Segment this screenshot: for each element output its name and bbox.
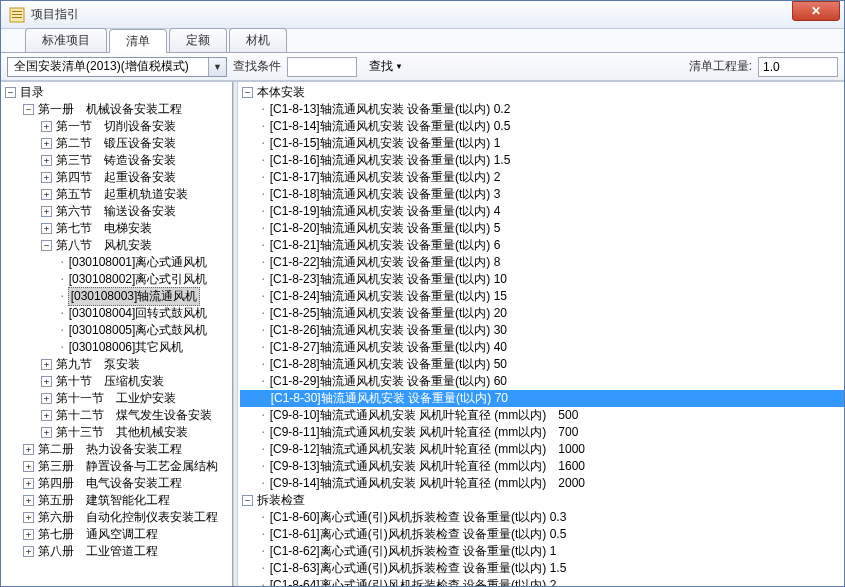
tree-branch[interactable]: +第八册 工业管道工程 bbox=[3, 543, 232, 560]
tree-leaf[interactable]: ·[030108006]其它风机 bbox=[3, 339, 232, 356]
search-button[interactable]: 查找 ▼ bbox=[363, 56, 409, 77]
tree-branch[interactable]: −本体安装 bbox=[240, 84, 844, 101]
tree-leaf[interactable]: ·[030108001]离心式通风机 bbox=[3, 254, 232, 271]
tree-leaf[interactable]: ·[C9-8-11]轴流式通风机安装 风机叶轮直径 (mm以内) 700 bbox=[240, 424, 844, 441]
expand-icon[interactable]: + bbox=[23, 529, 34, 540]
expand-icon[interactable]: + bbox=[41, 155, 52, 166]
expand-icon[interactable]: + bbox=[41, 427, 52, 438]
tree-branch[interactable]: +第六册 自动化控制仪表安装工程 bbox=[3, 509, 232, 526]
tree-leaf[interactable]: ·[C9-8-12]轴流式通风机安装 风机叶轮直径 (mm以内) 1000 bbox=[240, 441, 844, 458]
tree-branch[interactable]: +第二节 锻压设备安装 bbox=[3, 135, 232, 152]
tree-leaf[interactable]: ·[C1-8-25]轴流通风机安装 设备重量(t以内) 20 bbox=[240, 305, 844, 322]
tree-leaf[interactable]: ·[C1-8-18]轴流通风机安装 设备重量(t以内) 3 bbox=[240, 186, 844, 203]
tree-label: [C9-8-10]轴流式通风机安装 风机叶轮直径 (mm以内) 500 bbox=[269, 407, 580, 424]
tree-leaf[interactable]: ·[C1-8-29]轴流通风机安装 设备重量(t以内) 60 bbox=[240, 373, 844, 390]
tree-leaf[interactable]: ·[030108002]离心式引风机 bbox=[3, 271, 232, 288]
expand-icon[interactable]: + bbox=[23, 444, 34, 455]
tree-branch[interactable]: −第八节 风机安装 bbox=[3, 237, 232, 254]
tree-leaf[interactable]: ·[C1-8-27]轴流通风机安装 设备重量(t以内) 40 bbox=[240, 339, 844, 356]
collapse-icon[interactable]: − bbox=[242, 87, 253, 98]
tree-label: [030108005]离心式鼓风机 bbox=[68, 322, 209, 339]
expand-icon[interactable]: + bbox=[41, 223, 52, 234]
tree-leaf[interactable]: ·[C1-8-21]轴流通风机安装 设备重量(t以内) 6 bbox=[240, 237, 844, 254]
tree-leaf[interactable]: ·[C1-8-64]离心式通(引)风机拆装检查 设备重量(t以内) 2 bbox=[240, 577, 844, 586]
tree-leaf[interactable]: ·[C1-8-24]轴流通风机安装 设备重量(t以内) 15 bbox=[240, 288, 844, 305]
tree-leaf[interactable]: ·[C9-8-13]轴流式通风机安装 风机叶轮直径 (mm以内) 1600 bbox=[240, 458, 844, 475]
collapse-icon[interactable]: − bbox=[242, 495, 253, 506]
tree-leaf[interactable]: ·[030108004]回转式鼓风机 bbox=[3, 305, 232, 322]
tree-branch[interactable]: +第二册 热力设备安装工程 bbox=[3, 441, 232, 458]
tree-leaf[interactable]: ·[030108005]离心式鼓风机 bbox=[3, 322, 232, 339]
tree-leaf[interactable]: ·[C1-8-17]轴流通风机安装 设备重量(t以内) 2 bbox=[240, 169, 844, 186]
tree-leaf[interactable]: ·[C1-8-19]轴流通风机安装 设备重量(t以内) 4 bbox=[240, 203, 844, 220]
collapse-icon[interactable]: − bbox=[23, 104, 34, 115]
tree-branch[interactable]: +第四节 起重设备安装 bbox=[3, 169, 232, 186]
tree-leaf[interactable]: ·[C1-8-14]轴流通风机安装 设备重量(t以内) 0.5 bbox=[240, 118, 844, 135]
tree-branch[interactable]: +第三节 铸造设备安装 bbox=[3, 152, 232, 169]
tree-leaf[interactable]: ·[C1-8-26]轴流通风机安装 设备重量(t以内) 30 bbox=[240, 322, 844, 339]
expand-icon[interactable]: + bbox=[23, 495, 34, 506]
tab-1[interactable]: 清单 bbox=[109, 29, 167, 53]
tree-branch[interactable]: −目录 bbox=[3, 84, 232, 101]
tree-leaf[interactable]: ·[C1-8-30]轴流通风机安装 设备重量(t以内) 70 bbox=[240, 390, 844, 407]
combo-input[interactable] bbox=[8, 60, 208, 74]
expand-icon[interactable]: + bbox=[41, 189, 52, 200]
tree-branch[interactable]: +第十二节 煤气发生设备安装 bbox=[3, 407, 232, 424]
tab-3[interactable]: 材机 bbox=[229, 28, 287, 52]
expand-icon[interactable]: + bbox=[23, 478, 34, 489]
tree-leaf[interactable]: ·[C1-8-20]轴流通风机安装 设备重量(t以内) 5 bbox=[240, 220, 844, 237]
tab-0[interactable]: 标准项目 bbox=[25, 28, 107, 52]
expand-icon[interactable]: + bbox=[41, 172, 52, 183]
titlebar[interactable]: 项目指引 ✕ bbox=[1, 1, 844, 29]
tree-branch[interactable]: +第一节 切削设备安装 bbox=[3, 118, 232, 135]
expand-icon[interactable]: + bbox=[41, 393, 52, 404]
expand-icon[interactable]: + bbox=[23, 546, 34, 557]
tree-label: 第十一节 工业炉安装 bbox=[55, 390, 177, 407]
tree-branch[interactable]: +第三册 静置设备与工艺金属结构 bbox=[3, 458, 232, 475]
collapse-icon[interactable]: − bbox=[5, 87, 16, 98]
right-tree[interactable]: −本体安装·[C1-8-13]轴流通风机安装 设备重量(t以内) 0.2·[C1… bbox=[238, 82, 844, 586]
expand-icon[interactable]: + bbox=[41, 376, 52, 387]
tree-branch[interactable]: +第九节 泵安装 bbox=[3, 356, 232, 373]
expand-icon[interactable]: + bbox=[41, 138, 52, 149]
expand-icon[interactable]: + bbox=[41, 410, 52, 421]
left-tree[interactable]: −目录−第一册 机械设备安装工程+第一节 切削设备安装+第二节 锻压设备安装+第… bbox=[1, 82, 232, 586]
tree-branch[interactable]: −拆装检查 bbox=[240, 492, 844, 509]
tree-leaf[interactable]: ·[C1-8-60]离心式通(引)风机拆装检查 设备重量(t以内) 0.3 bbox=[240, 509, 844, 526]
tree-leaf[interactable]: ·[C1-8-23]轴流通风机安装 设备重量(t以内) 10 bbox=[240, 271, 844, 288]
expand-icon[interactable]: + bbox=[41, 359, 52, 370]
tree-leaf[interactable]: ·[C1-8-62]离心式通(引)风机拆装检查 设备重量(t以内) 1 bbox=[240, 543, 844, 560]
search-input[interactable] bbox=[287, 57, 357, 77]
list-combo[interactable]: ▼ bbox=[7, 57, 227, 77]
tree-branch[interactable]: +第七节 电梯安装 bbox=[3, 220, 232, 237]
tree-branch[interactable]: +第十一节 工业炉安装 bbox=[3, 390, 232, 407]
tree-leaf[interactable]: ·[C1-8-28]轴流通风机安装 设备重量(t以内) 50 bbox=[240, 356, 844, 373]
qty-input[interactable] bbox=[758, 57, 838, 77]
expand-icon[interactable]: + bbox=[23, 512, 34, 523]
tree-branch[interactable]: +第七册 通风空调工程 bbox=[3, 526, 232, 543]
close-button[interactable]: ✕ bbox=[792, 1, 840, 21]
tree-branch[interactable]: −第一册 机械设备安装工程 bbox=[3, 101, 232, 118]
tree-branch[interactable]: +第五节 起重机轨道安装 bbox=[3, 186, 232, 203]
expand-icon[interactable]: + bbox=[41, 206, 52, 217]
tree-leaf[interactable]: ·[C1-8-63]离心式通(引)风机拆装检查 设备重量(t以内) 1.5 bbox=[240, 560, 844, 577]
tree-leaf[interactable]: ·[C1-8-22]轴流通风机安装 设备重量(t以内) 8 bbox=[240, 254, 844, 271]
tree-branch[interactable]: +第五册 建筑智能化工程 bbox=[3, 492, 232, 509]
chevron-down-icon[interactable]: ▼ bbox=[208, 58, 226, 76]
tree-branch[interactable]: +第四册 电气设备安装工程 bbox=[3, 475, 232, 492]
tree-leaf[interactable]: ·[C1-8-61]离心式通(引)风机拆装检查 设备重量(t以内) 0.5 bbox=[240, 526, 844, 543]
tree-branch[interactable]: +第十节 压缩机安装 bbox=[3, 373, 232, 390]
tree-branch[interactable]: +第十三节 其他机械安装 bbox=[3, 424, 232, 441]
collapse-icon[interactable]: − bbox=[41, 240, 52, 251]
tree-leaf[interactable]: ·[C9-8-10]轴流式通风机安装 风机叶轮直径 (mm以内) 500 bbox=[240, 407, 844, 424]
tree-leaf[interactable]: ·[030108003]轴流通风机 bbox=[3, 288, 232, 305]
expand-icon[interactable]: + bbox=[41, 121, 52, 132]
tree-leaf[interactable]: ·[C9-8-14]轴流式通风机安装 风机叶轮直径 (mm以内) 2000 bbox=[240, 475, 844, 492]
tree-label: 第二册 热力设备安装工程 bbox=[37, 441, 183, 458]
tree-leaf[interactable]: ·[C1-8-16]轴流通风机安装 设备重量(t以内) 1.5 bbox=[240, 152, 844, 169]
tree-leaf[interactable]: ·[C1-8-15]轴流通风机安装 设备重量(t以内) 1 bbox=[240, 135, 844, 152]
tree-leaf[interactable]: ·[C1-8-13]轴流通风机安装 设备重量(t以内) 0.2 bbox=[240, 101, 844, 118]
tab-2[interactable]: 定额 bbox=[169, 28, 227, 52]
tree-branch[interactable]: +第六节 输送设备安装 bbox=[3, 203, 232, 220]
expand-icon[interactable]: + bbox=[23, 461, 34, 472]
